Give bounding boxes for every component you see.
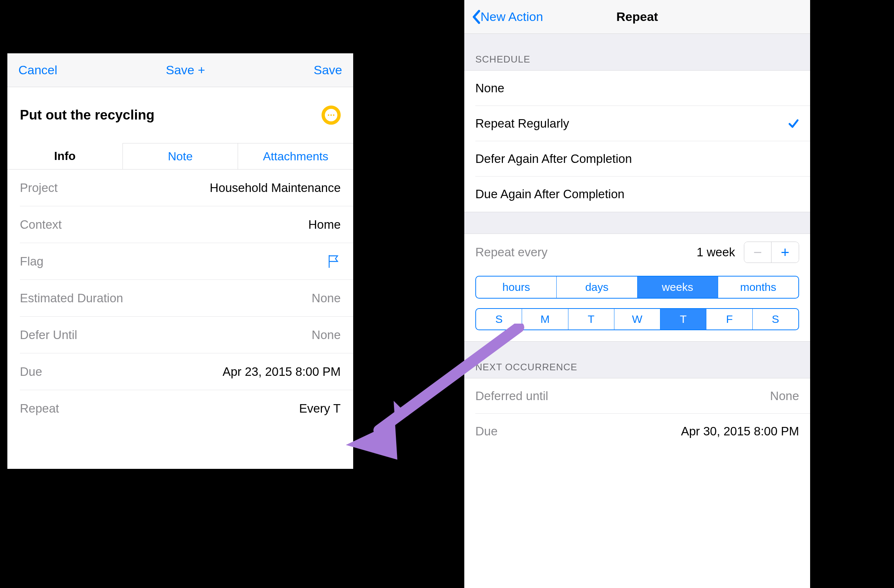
repeat-every-value: 1 week (696, 245, 735, 259)
schedule-option[interactable]: None (475, 71, 810, 106)
repeat-stepper: − + (744, 241, 799, 263)
unit-segment[interactable]: weeks (637, 276, 718, 298)
schedule-header: SCHEDULE (464, 34, 810, 71)
tab-attachments[interactable]: Attachments (238, 143, 353, 169)
day-segment[interactable]: T (660, 309, 706, 330)
day-segment[interactable]: S (753, 309, 798, 330)
next-due-label: Due (475, 424, 498, 438)
svg-marker-0 (346, 401, 408, 460)
next-deferred-value: None (770, 389, 799, 403)
unit-segment[interactable]: months (718, 276, 798, 298)
action-editor-panel: Cancel Save + Save Put out the recycling… (8, 53, 353, 469)
day-segment[interactable]: S (476, 309, 522, 330)
project-value: Household Maintenance (210, 181, 341, 195)
repeat-every-row: Repeat every 1 week − + (464, 234, 810, 271)
schedule-option-label: Due Again After Completion (475, 187, 624, 201)
editor-navbar: Cancel Save + Save (8, 53, 353, 87)
flag-row[interactable]: Flag (20, 243, 353, 280)
context-label: Context (20, 218, 62, 232)
next-occurrence-list: Deferred until None Due Apr 30, 2015 8:0… (464, 378, 810, 449)
checkmark-icon (788, 118, 799, 129)
cancel-button[interactable]: Cancel (18, 63, 57, 77)
schedule-option[interactable]: Defer Again After Completion (475, 141, 810, 176)
next-occurrence-header: NEXT OCCURRENCE (464, 341, 810, 378)
schedule-option[interactable]: Due Again After Completion (475, 176, 810, 212)
context-value: Home (308, 218, 341, 232)
action-title-row: Put out the recycling (8, 87, 353, 143)
repeat-value: Every T (299, 401, 341, 416)
duration-row[interactable]: Estimated Duration None (20, 280, 353, 317)
day-segment[interactable]: M (522, 309, 568, 330)
repeat-row[interactable]: Repeat Every T (20, 390, 353, 427)
day-segmented-control: SMTWTFS (475, 308, 799, 330)
unit-segment[interactable]: days (557, 276, 637, 298)
back-button[interactable]: New Action (472, 9, 543, 24)
stepper-plus-button[interactable]: + (772, 242, 799, 262)
repeat-navbar: New Action Repeat (464, 0, 810, 34)
day-segment[interactable]: W (615, 309, 660, 330)
stepper-minus-button[interactable]: − (744, 242, 772, 262)
defer-value: None (312, 328, 341, 342)
day-segment[interactable]: F (706, 309, 752, 330)
next-deferred-row[interactable]: Deferred until None (475, 378, 810, 414)
repeat-every-label: Repeat every (475, 245, 696, 259)
schedule-options: NoneRepeat RegularlyDefer Again After Co… (464, 71, 810, 212)
next-due-row[interactable]: Due Apr 30, 2015 8:00 PM (475, 414, 810, 449)
back-label: New Action (480, 9, 543, 24)
schedule-option-label: None (475, 81, 504, 95)
schedule-option-label: Defer Again After Completion (475, 152, 632, 166)
editor-tabs: Info Note Attachments (8, 143, 353, 169)
due-value: Apr 23, 2015 8:00 PM (223, 365, 341, 379)
due-label: Due (20, 365, 42, 379)
save-button[interactable]: Save (314, 63, 343, 77)
next-deferred-label: Deferred until (475, 389, 548, 403)
duration-label: Estimated Duration (20, 291, 123, 305)
unit-segmented-control: hoursdaysweeksmonths (475, 276, 799, 299)
save-plus-button[interactable]: Save + (57, 63, 314, 77)
duration-value: None (312, 291, 341, 305)
context-row[interactable]: Context Home (20, 206, 353, 243)
repeat-settings-panel: New Action Repeat SCHEDULE NoneRepeat Re… (464, 0, 810, 588)
tab-note[interactable]: Note (122, 143, 239, 169)
defer-row[interactable]: Defer Until None (20, 317, 353, 353)
schedule-option-label: Repeat Regularly (475, 116, 569, 131)
repeat-label: Repeat (20, 401, 59, 416)
project-label: Project (20, 181, 58, 195)
defer-label: Defer Until (20, 328, 77, 342)
tab-info[interactable]: Info (8, 143, 122, 169)
info-fields: Project Household Maintenance Context Ho… (8, 169, 353, 427)
due-row[interactable]: Due Apr 23, 2015 8:00 PM (20, 353, 353, 390)
status-circle-icon[interactable] (322, 106, 341, 125)
flag-icon (328, 254, 341, 269)
schedule-option[interactable]: Repeat Regularly (475, 106, 810, 141)
next-due-value: Apr 30, 2015 8:00 PM (681, 424, 799, 438)
day-segment[interactable]: T (568, 309, 615, 330)
section-gap (464, 212, 810, 234)
unit-segment[interactable]: hours (476, 276, 557, 298)
chevron-left-icon (472, 9, 480, 24)
action-title[interactable]: Put out the recycling (20, 107, 154, 123)
flag-label: Flag (20, 255, 44, 268)
project-row[interactable]: Project Household Maintenance (20, 169, 353, 206)
